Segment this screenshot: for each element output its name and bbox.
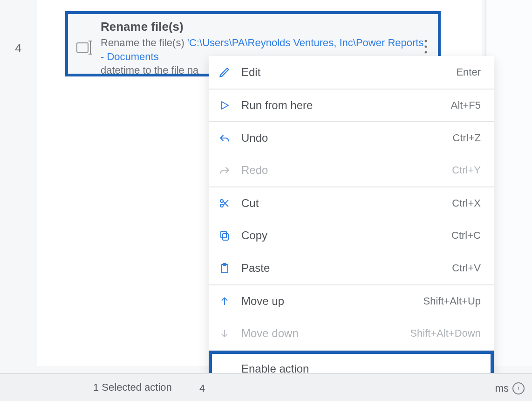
arrow-down-icon xyxy=(218,327,231,340)
menu-undo[interactable]: Undo Ctrl+Z xyxy=(209,121,494,154)
menu-movedown-shortcut: Shift+Alt+Down xyxy=(410,327,481,339)
menu-move-down[interactable]: Move down Shift+Alt+Down xyxy=(209,317,494,350)
status-bar: 1 Selected action 4 ms i xyxy=(0,373,532,401)
svg-rect-0 xyxy=(77,43,88,52)
status-ms-group: ms i xyxy=(495,382,525,394)
menu-edit-shortcut: Enter xyxy=(456,66,481,78)
action-desc-suffix: datetime to the file na xyxy=(101,64,198,76)
menu-moveup-shortcut: Shift+Alt+Up xyxy=(423,295,481,307)
menu-paste-shortcut: Ctrl+V xyxy=(452,262,481,274)
menu-run-label: Run from here xyxy=(241,99,451,112)
svg-point-5 xyxy=(425,46,427,48)
pencil-icon xyxy=(218,66,231,79)
menu-run-from-here[interactable]: Run from here Alt+F5 xyxy=(209,89,494,121)
status-selected: 1 Selected action xyxy=(93,381,172,394)
menu-redo-shortcut: Ctrl+Y xyxy=(452,164,481,176)
action-desc-prefix: Rename the file(s) xyxy=(101,37,187,48)
status-fragment: 4 xyxy=(199,382,205,394)
more-options-icon[interactable] xyxy=(420,37,431,56)
menu-copy[interactable]: Copy Ctrl+C xyxy=(209,219,494,252)
menu-movedown-label: Move down xyxy=(241,327,410,340)
arrow-up-icon xyxy=(218,295,231,308)
context-menu: Edit Enter Run from here Alt+F5 Undo Ctr… xyxy=(209,56,494,387)
menu-redo[interactable]: Redo Ctrl+Y xyxy=(209,154,494,187)
menu-paste-label: Paste xyxy=(241,262,452,275)
copy-icon xyxy=(218,229,231,242)
redo-icon xyxy=(218,164,231,177)
svg-point-8 xyxy=(220,204,223,207)
menu-copy-label: Copy xyxy=(241,229,451,242)
action-title: Rename file(s) xyxy=(101,20,428,34)
menu-moveup-label: Move up xyxy=(241,295,423,308)
scissors-icon xyxy=(218,197,231,210)
svg-point-6 xyxy=(425,51,427,54)
rename-file-icon xyxy=(76,40,95,55)
clipboard-icon xyxy=(218,262,231,275)
menu-paste[interactable]: Paste Ctrl+V xyxy=(209,252,494,284)
play-icon xyxy=(218,99,231,112)
svg-point-4 xyxy=(425,40,427,42)
menu-redo-label: Redo xyxy=(241,164,452,177)
status-ms-label: ms xyxy=(495,382,509,394)
menu-undo-label: Undo xyxy=(241,131,453,145)
menu-cut-shortcut: Ctrl+X xyxy=(452,197,481,209)
menu-undo-shortcut: Ctrl+Z xyxy=(453,132,481,144)
menu-copy-shortcut: Ctrl+C xyxy=(451,229,481,242)
svg-rect-12 xyxy=(221,231,226,238)
menu-run-shortcut: Alt+F5 xyxy=(451,99,481,111)
svg-rect-11 xyxy=(223,234,228,240)
undo-icon xyxy=(218,131,231,145)
menu-edit[interactable]: Edit Enter xyxy=(209,56,494,89)
menu-move-up[interactable]: Move up Shift+Alt+Up xyxy=(209,284,494,317)
info-icon[interactable]: i xyxy=(512,382,525,394)
workspace: 4 Rename file(s) Rename the file(s) 'C:\… xyxy=(0,0,532,401)
menu-edit-label: Edit xyxy=(241,66,456,79)
step-number: 4 xyxy=(15,41,21,55)
menu-cut[interactable]: Cut Ctrl+X xyxy=(209,187,494,219)
menu-cut-label: Cut xyxy=(241,197,452,210)
svg-point-7 xyxy=(220,200,223,202)
